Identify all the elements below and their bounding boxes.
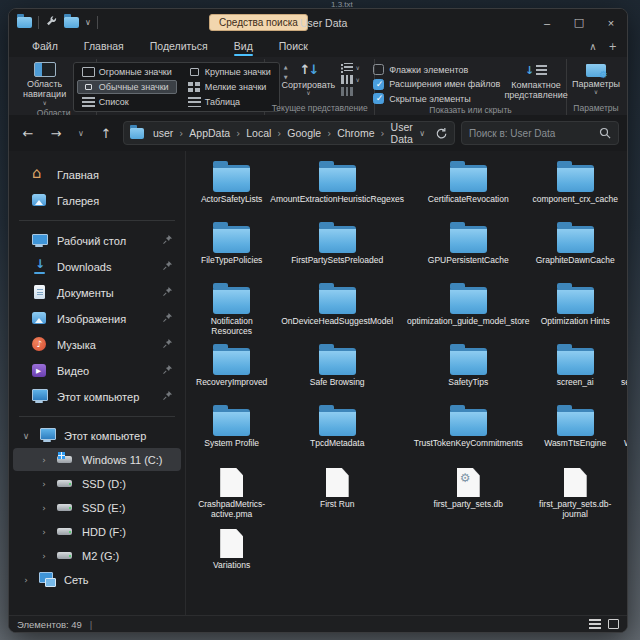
- sidebar-pinned-item[interactable]: Музыка: [13, 332, 181, 357]
- checkbox[interactable]: [373, 64, 384, 75]
- checkbox[interactable]: [373, 79, 384, 90]
- file-item[interactable]: Crashpad: [620, 158, 627, 214]
- file-item[interactable]: Variations: [195, 524, 268, 580]
- menu-tab[interactable]: Главная: [71, 37, 137, 56]
- breadcrumb-segment[interactable]: User Data: [391, 121, 418, 145]
- view-option[interactable]: Огромные значки: [77, 65, 177, 79]
- file-item[interactable]: OnDeviceHeadSuggestModel: [269, 280, 405, 336]
- file-item[interactable]: Optimization Hints: [531, 280, 619, 336]
- tree-item[interactable]: › Сеть: [13, 568, 181, 591]
- view-option[interactable]: Таблица: [183, 95, 276, 109]
- help-icon[interactable]: +: [609, 41, 617, 52]
- view-option[interactable]: Обычные значки: [77, 80, 177, 94]
- search-box[interactable]: [461, 121, 619, 145]
- breadcrumb-segment[interactable]: AppData ›: [189, 127, 246, 139]
- breadcrumb-segment[interactable]: Chrome ›: [337, 127, 390, 139]
- file-item[interactable]: GPUPersistentCache: [406, 219, 530, 275]
- file-item[interactable]: WasmTtsEngine: [531, 402, 619, 458]
- file-item[interactable]: TpcdMetadata: [269, 402, 405, 458]
- checkbox-row[interactable]: Расширения имен файлов: [373, 79, 500, 90]
- tree-chevron-icon[interactable]: ›: [39, 551, 49, 561]
- file-item[interactable]: FileTypePolicies: [195, 219, 268, 275]
- view-option[interactable]: Список: [77, 95, 177, 109]
- file-item[interactable]: Notification Resources: [195, 280, 268, 336]
- sidebar-pinned-item[interactable]: Downloads: [13, 254, 181, 279]
- options-button[interactable]: Параметры∨: [570, 60, 622, 96]
- sidebar-pinned-item[interactable]: Этот компьютер: [13, 384, 181, 409]
- refresh-icon[interactable]: [435, 127, 448, 140]
- file-item[interactable]: optimization_guide_model_store: [406, 280, 530, 336]
- icons-view-toggle-icon[interactable]: [608, 619, 619, 629]
- menu-tab[interactable]: Файл: [19, 37, 71, 56]
- tree-chevron-icon[interactable]: ›: [39, 479, 49, 489]
- forward-button[interactable]: →: [45, 126, 67, 141]
- file-item[interactable]: First Run: [269, 463, 405, 519]
- file-item[interactable]: Safe Browsing: [269, 341, 405, 397]
- file-item[interactable]: OriginTrials: [620, 280, 627, 336]
- file-item[interactable]: SafetyTips: [406, 341, 530, 397]
- maximize-button[interactable]: □: [563, 9, 595, 36]
- file-item[interactable]: ActorSafetyLists: [195, 158, 268, 214]
- sort-button[interactable]: ↑↓ Сортировать∨: [279, 60, 337, 97]
- tree-item[interactable]: › Windows 11 (C:): [13, 448, 181, 471]
- file-item[interactable]: TrustTokenKeyCommitments: [406, 402, 530, 458]
- search-input[interactable]: [469, 128, 599, 139]
- breadcrumb[interactable]: user › AppData › Local › Google › Chrome…: [123, 121, 455, 145]
- new-folder-icon[interactable]: [64, 17, 79, 28]
- breadcrumb-segment[interactable]: Google ›: [287, 127, 337, 139]
- tree-item[interactable]: › SSD (E:): [13, 496, 181, 519]
- breadcrumb-segment[interactable]: Local ›: [246, 127, 287, 139]
- collapse-ribbon-icon[interactable]: ∧: [589, 41, 596, 52]
- view-option[interactable]: Крупные значки: [183, 65, 276, 79]
- minimize-button[interactable]: –: [531, 9, 563, 36]
- view-option[interactable]: Мелкие значки: [183, 80, 276, 94]
- sidebar-item[interactable]: Галерея: [13, 188, 181, 213]
- file-item[interactable]: segmentation_platform: [620, 341, 627, 397]
- checkbox-row[interactable]: Скрытые элементы: [373, 93, 500, 104]
- menu-tab[interactable]: Вид: [221, 37, 266, 56]
- up-button[interactable]: ↑: [95, 126, 117, 141]
- tree-chevron-icon[interactable]: ›: [21, 575, 31, 585]
- recent-locations-icon[interactable]: ∨: [73, 129, 89, 138]
- file-item[interactable]: RecoveryImproved: [195, 341, 268, 397]
- file-item[interactable]: component_crx_cache: [531, 158, 619, 214]
- details-view-toggle-icon[interactable]: [589, 619, 601, 629]
- compact-view-button[interactable]: ↓ Компактное представление: [504, 60, 567, 101]
- checkbox[interactable]: [373, 93, 384, 104]
- file-item[interactable]: System Profile: [195, 402, 268, 458]
- menu-tab[interactable]: Поделиться: [137, 37, 221, 56]
- add-columns-button[interactable]: ∨: [341, 75, 359, 84]
- file-item[interactable]: GrShaderCache: [620, 219, 627, 275]
- search-icon[interactable]: [599, 127, 611, 139]
- sidebar-item[interactable]: Главная: [13, 162, 181, 187]
- tree-item[interactable]: › M2 (G:): [13, 544, 181, 567]
- properties-wrench-icon[interactable]: [45, 16, 58, 29]
- sidebar-pinned-item[interactable]: Рабочий стол: [13, 228, 181, 253]
- address-dropdown-icon[interactable]: ∨: [419, 129, 425, 138]
- checkbox-row[interactable]: Флажки элементов: [373, 64, 500, 75]
- group-by-button[interactable]: ∨: [341, 63, 359, 72]
- file-item[interactable]: AmountExtractionHeuristicRegexes: [269, 158, 405, 214]
- file-item[interactable]: FirstPartySetsPreloaded: [269, 219, 405, 275]
- breadcrumb-segment[interactable]: user ›: [153, 127, 189, 139]
- search-tools-badge[interactable]: Средства поиска: [209, 14, 308, 31]
- close-button[interactable]: ×: [595, 9, 627, 36]
- tree-chevron-icon[interactable]: ›: [39, 527, 49, 537]
- file-item[interactable]: first_party_sets.db-journal: [531, 463, 619, 519]
- file-item[interactable]: screen_ai: [531, 341, 619, 397]
- file-item[interactable]: Last Browser: [620, 463, 627, 519]
- sidebar-pinned-item[interactable]: Видео: [13, 358, 181, 383]
- file-item[interactable]: CertificateRevocation: [406, 158, 530, 214]
- sidebar-pinned-item[interactable]: Документы: [13, 280, 181, 305]
- tree-chevron-icon[interactable]: ›: [39, 455, 49, 465]
- tree-item[interactable]: ∨ Этот компьютер: [13, 424, 181, 447]
- qat-dropdown-icon[interactable]: ∨: [85, 18, 91, 27]
- tree-chevron-icon[interactable]: ›: [39, 503, 49, 513]
- tree-item[interactable]: › SSD (D:): [13, 472, 181, 495]
- tree-chevron-icon[interactable]: ∨: [21, 431, 31, 441]
- navigation-pane-button[interactable]: Область навигации∨: [15, 60, 75, 107]
- file-item[interactable]: CrashpadMetrics-active.pma: [195, 463, 268, 519]
- back-button[interactable]: ←: [17, 126, 39, 141]
- file-item[interactable]: first_party_sets.db: [406, 463, 530, 519]
- file-item[interactable]: GraphiteDawnCache: [531, 219, 619, 275]
